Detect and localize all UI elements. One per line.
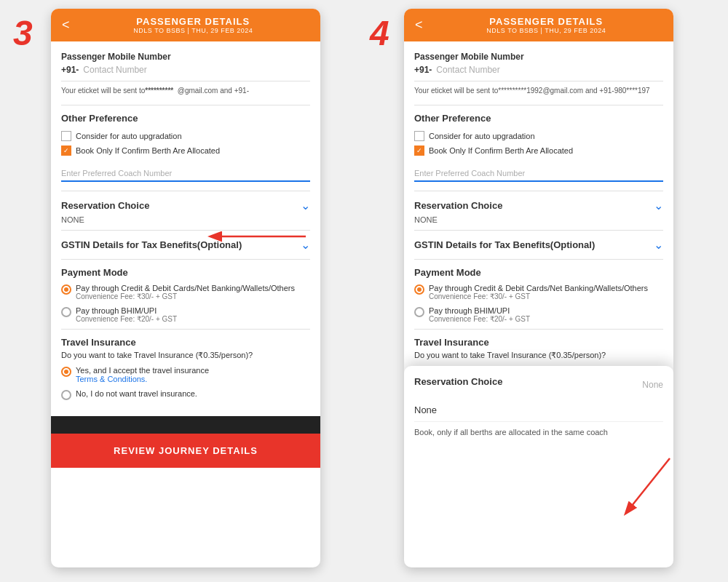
phone4-body: Passenger Mobile Number +91- Contact Num… [404,41,673,453]
payment-radio2-4[interactable] [414,307,424,317]
payment-label-3: Payment Mode [61,267,310,278]
header-subtitle-3: NDLS TO BSBS | THU, 29 FEB 2024 [77,27,309,34]
eticket-text-3: Your eticket will be sent to********** @… [61,86,310,96]
reservation-value-4: NONE [414,215,663,224]
reservation-label-3: Reservation Choice [61,200,149,211]
eticket-text-4: Your eticket will be sent to**********19… [414,86,663,96]
reservation-label-4: Reservation Choice [414,200,502,211]
payment-radio1-3[interactable] [61,284,71,295]
reservation-chevron-4: ⌄ [654,199,663,212]
payment-option2-4[interactable]: Pay through BHIM/UPI Convenience Fee: ₹2… [414,306,663,323]
payment-fee2-3: Convenience Fee: ₹20/- + GST [76,315,177,323]
insurance-no-3[interactable]: No, I do not want travel insurance. [61,389,310,400]
insurance-no-text-3: No, I do not want travel insurance. [76,389,197,398]
coach-input-4[interactable] [414,166,663,182]
step4-number: 4 [370,13,389,53]
other-pref-title-4: Other Preference [414,105,663,124]
mobile-prefix-3: +91- [61,65,79,75]
payment-option1-text-3: Pay through Credit & Debit Cards/Net Ban… [76,284,295,292]
insurance-label-4: Travel Insurance [414,337,663,348]
mobile-row-3: +91- Contact Number [61,65,310,81]
popup-option1-4[interactable]: None [414,399,663,422]
mobile-label-3: Passenger Mobile Number [61,52,310,62]
header-text-3: PASSENGER DETAILS NDLS TO BSBS | THU, 29… [77,16,309,34]
header-text-4: PASSENGER DETAILS NDLS TO BSBS | THU, 29… [430,16,662,34]
payment-radio1-4[interactable] [414,284,424,295]
insurance-yes-text-3: Yes, and I accept the travel insurance T… [76,366,209,383]
payment-option2-3[interactable]: Pay through BHIM/UPI Convenience Fee: ₹2… [61,306,310,323]
mobile-prefix-4: +91- [414,65,432,75]
payment-radio2-3[interactable] [61,307,71,317]
auto-upgrade-checkbox-3[interactable] [61,131,71,141]
mobile-placeholder-3: Contact Number [83,65,146,75]
auto-upgrade-label-4: Consider for auto upgradation [429,132,535,140]
mobile-placeholder-4: Contact Number [436,65,499,75]
reservation-chevron-3: ⌄ [301,199,310,212]
payment-option1-4[interactable]: Pay through Credit & Debit Cards/Net Ban… [414,284,663,300]
reservation-row-3[interactable]: Reservation Choice ⌄ [61,191,310,215]
gstin-label-4: GSTIN Details for Tax Benefits(Optional) [414,239,595,250]
payment-option1-3[interactable]: Pay through Credit & Debit Cards/Net Ban… [61,284,310,300]
phone3-header: < PASSENGER DETAILS NDLS TO BSBS | THU, … [51,9,320,41]
bottom-bar-3 [51,416,320,434]
insurance-radio-no-3[interactable] [61,390,71,400]
payment-section-4: Payment Mode Pay through Credit & Debit … [414,259,663,323]
confirm-berth-row-4[interactable]: Book Only If Confirm Berth Are Allocated [414,146,663,156]
header-title-3: PASSENGER DETAILS [77,16,309,27]
mobile-row-4: +91- Contact Number [414,65,663,81]
insurance-yes-3[interactable]: Yes, and I accept the travel insurance T… [61,366,310,383]
other-pref-title-3: Other Preference [61,105,310,124]
payment-fee2-4: Convenience Fee: ₹20/- + GST [429,315,530,323]
auto-upgrade-row-3[interactable]: Consider for auto upgradation [61,131,310,141]
review-button-3[interactable]: REVIEW JOURNEY DETAILS [51,434,320,468]
insurance-question-3: Do you want to take Travel Insurance (₹0… [61,351,310,360]
insurance-section-4: Travel Insurance Do you want to take Tra… [414,329,663,360]
insurance-section-3: Travel Insurance Do you want to take Tra… [61,329,310,400]
auto-upgrade-checkbox-4[interactable] [414,131,424,141]
mobile-label-4: Passenger Mobile Number [414,52,663,62]
auto-upgrade-label-3: Consider for auto upgradation [76,132,182,140]
reservation-row-4[interactable]: Reservation Choice ⌄ [414,191,663,215]
back-button-3[interactable]: < [62,17,70,33]
confirm-berth-label-3: Book Only If Confirm Berth Are Allocated [76,146,220,155]
phone4-header: < PASSENGER DETAILS NDLS TO BSBS | THU, … [404,9,673,41]
gstin-chevron-4: ⌄ [654,238,663,252]
payment-option2-text-3: Pay through BHIM/UPI [76,306,177,315]
payment-fee1-3: Convenience Fee: ₹30/- + GST [76,292,295,300]
coach-input-3[interactable] [61,166,310,182]
header-subtitle-4: NDLS TO BSBS | THU, 29 FEB 2024 [430,27,662,34]
confirm-berth-checkbox-3[interactable] [61,146,71,156]
payment-fee1-4: Convenience Fee: ₹30/- + GST [429,292,648,300]
svg-line-3 [626,458,670,513]
payment-option2-text-4: Pay through BHIM/UPI [429,306,530,315]
step3-number: 3 [13,13,33,53]
payment-label-4: Payment Mode [414,267,663,278]
confirm-berth-checkbox-4[interactable] [414,146,424,156]
reservation-popup-4[interactable]: Reservation Choice None None Book, only … [404,366,673,453]
gstin-row-4[interactable]: GSTIN Details for Tax Benefits(Optional)… [414,230,663,255]
phone3: < PASSENGER DETAILS NDLS TO BSBS | THU, … [51,9,320,567]
payment-section-3: Payment Mode Pay through Credit & Debit … [61,259,310,323]
popup-placeholder-4: None [642,380,663,390]
confirm-berth-row-3[interactable]: Book Only If Confirm Berth Are Allocated [61,146,310,156]
insurance-question-4: Do you want to take Travel Insurance (₹0… [414,351,663,360]
payment-option1-text-4: Pay through Credit & Debit Cards/Net Ban… [429,284,648,292]
popup-title-4: Reservation Choice [414,376,502,387]
insurance-radio-yes-3[interactable] [61,367,71,377]
back-button-4[interactable]: < [415,17,423,33]
terms-link-3[interactable]: Terms & Conditions. [76,375,147,383]
header-title-4: PASSENGER DETAILS [430,16,662,27]
popup-option1-detail-4: Book, only if all berths are allocated i… [414,422,663,442]
arrow-annotation-3 [204,222,313,251]
confirm-berth-label-4: Book Only If Confirm Berth Are Allocated [429,146,573,155]
arrow-annotation-4 [604,451,692,524]
auto-upgrade-row-4[interactable]: Consider for auto upgradation [414,131,663,141]
insurance-label-3: Travel Insurance [61,337,310,348]
